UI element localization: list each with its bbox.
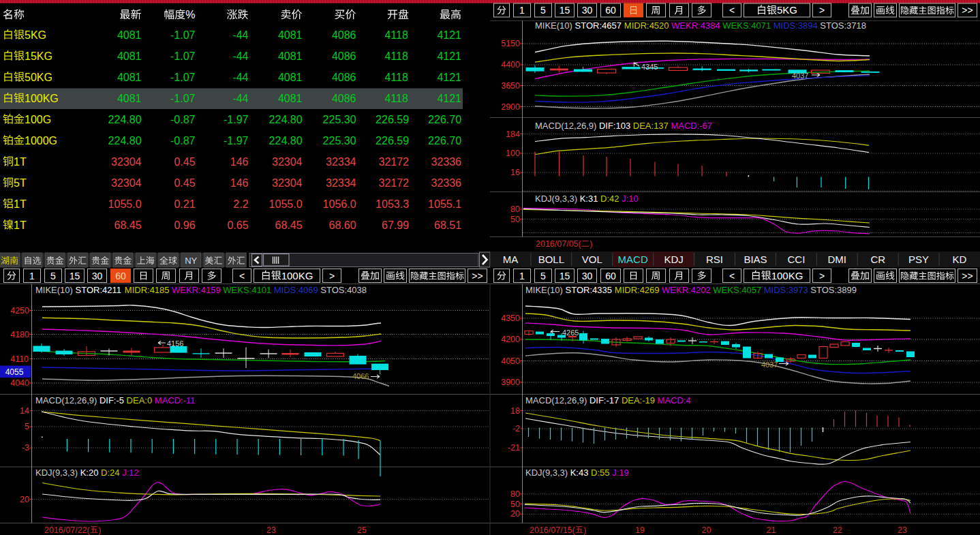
svg-text:MIKE(10): MIKE(10) — [535, 20, 572, 31]
svg-text:22: 22 — [833, 525, 842, 535]
svg-text:15: 15 — [560, 5, 570, 16]
svg-text:K:31: K:31 — [580, 194, 598, 204]
svg-text:%: % — [185, 9, 195, 20]
svg-text:1055.0: 1055.0 — [269, 198, 303, 210]
svg-text:4118: 4118 — [384, 50, 408, 62]
svg-text:>: > — [819, 5, 825, 16]
svg-text:>>: >> — [472, 271, 483, 281]
svg-text:D:42: D:42 — [600, 194, 619, 204]
svg-text:4081: 4081 — [278, 50, 303, 62]
svg-text:KDJ(9,3,3): KDJ(9,3,3) — [525, 468, 568, 478]
svg-text:STOR:4211: STOR:4211 — [76, 285, 121, 295]
svg-text:68.45: 68.45 — [114, 219, 142, 231]
svg-text:MIKE(10): MIKE(10) — [35, 285, 73, 295]
svg-text:1056.0: 1056.0 — [323, 198, 356, 210]
svg-text:KDJ(9,3,3): KDJ(9,3,3) — [35, 468, 78, 478]
svg-text:MACD:-67: MACD:-67 — [671, 121, 712, 131]
svg-text:15: 15 — [560, 271, 570, 281]
svg-text:146: 146 — [230, 156, 249, 168]
svg-text:14: 14 — [20, 406, 29, 416]
svg-text:0.45: 0.45 — [174, 177, 195, 189]
svg-text:30: 30 — [92, 271, 103, 281]
svg-text:MIDR:4269: MIDR:4269 — [615, 285, 660, 295]
svg-text:4086: 4086 — [332, 72, 356, 83]
svg-text:50: 50 — [510, 500, 520, 509]
svg-text:STOS:4038: STOS:4038 — [320, 285, 367, 295]
svg-text:100KG: 100KG — [771, 270, 803, 281]
svg-text:23: 23 — [266, 525, 276, 535]
svg-text:4086: 4086 — [332, 29, 356, 41]
svg-text:20: 20 — [702, 525, 711, 535]
svg-text:CR: CR — [870, 254, 885, 265]
svg-text:MA: MA — [503, 254, 519, 265]
svg-text:68.51: 68.51 — [434, 219, 461, 231]
svg-text:-1.07: -1.07 — [170, 29, 196, 41]
svg-text:MIDS:4069: MIDS:4069 — [274, 285, 318, 295]
svg-text:MACD(12,26,9): MACD(12,26,9) — [525, 395, 587, 406]
svg-text:30: 30 — [582, 271, 593, 281]
svg-text:5KG: 5KG — [25, 29, 46, 41]
svg-text:32172: 32172 — [379, 177, 410, 189]
svg-text:4037: 4037 — [792, 72, 808, 80]
svg-text:MACD: MACD — [618, 254, 648, 265]
svg-text:-44: -44 — [232, 50, 248, 62]
svg-text:21: 21 — [767, 525, 776, 535]
svg-text:WEKS:4057: WEKS:4057 — [713, 285, 761, 295]
svg-text:4180: 4180 — [10, 330, 29, 339]
svg-text:4040: 4040 — [10, 378, 29, 388]
svg-text:J:19: J:19 — [612, 468, 629, 478]
svg-text:): ) — [98, 525, 101, 535]
svg-text:15: 15 — [70, 271, 80, 281]
svg-text:4066: 4066 — [352, 372, 369, 380]
svg-text:4121: 4121 — [437, 93, 461, 104]
svg-text:4118: 4118 — [384, 93, 408, 104]
svg-text:4118: 4118 — [384, 72, 408, 83]
svg-text:32304: 32304 — [272, 177, 303, 189]
svg-text:0.96: 0.96 — [174, 219, 195, 231]
svg-text:1055.1: 1055.1 — [428, 198, 461, 210]
svg-text:MIKE(10): MIKE(10) — [525, 285, 563, 295]
svg-text:50: 50 — [510, 215, 520, 224]
svg-text:4081: 4081 — [117, 93, 142, 104]
svg-text:STOS:3718: STOS:3718 — [820, 20, 866, 31]
svg-text:4081: 4081 — [117, 29, 142, 41]
svg-text:4086: 4086 — [332, 93, 356, 104]
svg-text:5KG: 5KG — [777, 4, 797, 16]
svg-text:4400: 4400 — [501, 60, 520, 70]
svg-text:CCI: CCI — [788, 254, 806, 265]
svg-text:4081: 4081 — [117, 72, 142, 83]
svg-text:K:20: K:20 — [80, 468, 99, 478]
svg-text:1000G: 1000G — [25, 135, 57, 147]
svg-text:32304: 32304 — [111, 156, 142, 168]
svg-text:-1.07: -1.07 — [170, 50, 196, 62]
svg-text:5150: 5150 — [501, 39, 520, 48]
svg-text:-1.07: -1.07 — [170, 72, 196, 83]
svg-text:4081: 4081 — [278, 72, 303, 83]
svg-text:80: 80 — [510, 204, 520, 214]
svg-text:-1.07: -1.07 — [170, 93, 196, 104]
svg-text:-44: -44 — [232, 29, 248, 41]
svg-text:-0.87: -0.87 — [170, 135, 196, 147]
svg-text:2900: 2900 — [501, 102, 520, 112]
svg-text:5: 5 — [540, 5, 546, 16]
svg-text:MACD:4: MACD:4 — [658, 395, 691, 406]
svg-text:): ) — [589, 239, 592, 249]
svg-text:STOS:3899: STOS:3899 — [810, 285, 857, 295]
svg-text:-1.97: -1.97 — [224, 114, 249, 125]
svg-text:1: 1 — [519, 271, 525, 281]
svg-text:100: 100 — [506, 149, 520, 158]
svg-text:32304: 32304 — [111, 177, 142, 189]
svg-text:DIF:-5: DIF:-5 — [99, 395, 124, 406]
svg-text:>: > — [329, 271, 335, 281]
svg-text:1053.3: 1053.3 — [376, 198, 409, 210]
svg-text:224.80: 224.80 — [269, 114, 303, 125]
svg-text:20: 20 — [510, 509, 520, 519]
svg-text:DEA:0: DEA:0 — [127, 395, 153, 406]
svg-text:DMI: DMI — [828, 254, 847, 265]
svg-text:K:43: K:43 — [570, 468, 589, 478]
svg-text:68.60: 68.60 — [329, 219, 356, 231]
svg-text:1055.0: 1055.0 — [108, 198, 142, 210]
svg-text:<: < — [729, 271, 735, 281]
svg-text:30: 30 — [582, 5, 593, 16]
svg-text:0.45: 0.45 — [174, 156, 195, 168]
